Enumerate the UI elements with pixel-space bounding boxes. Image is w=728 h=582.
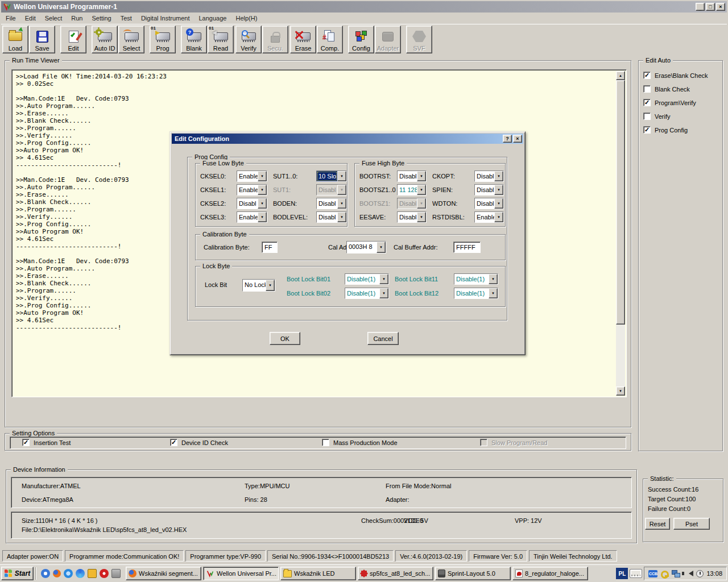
- load-button[interactable]: Load: [2, 26, 28, 53]
- chevron-down-icon[interactable]: ▼: [379, 288, 388, 298]
- cancel-button[interactable]: Cancel: [367, 332, 399, 345]
- chevron-down-icon[interactable]: ▼: [494, 212, 503, 222]
- scheduler-icon[interactable]: [696, 570, 704, 577]
- sut10-combobox[interactable]: 10 Slo▼: [316, 171, 347, 182]
- ok-button[interactable]: OK: [270, 332, 300, 345]
- minimize-button[interactable]: _: [696, 3, 705, 11]
- firefox-icon[interactable]: [53, 569, 61, 577]
- scrollbar-thumb[interactable]: [616, 80, 625, 325]
- close-button[interactable]: ×: [716, 3, 725, 11]
- keyboard-icon[interactable]: [630, 569, 642, 578]
- ccb-tray-icon[interactable]: CCB: [648, 570, 657, 577]
- reset-button[interactable]: Reset: [645, 518, 670, 530]
- task-wskazniki-segment[interactable]: Wskaźniki segment...: [126, 567, 201, 580]
- checkbox-icon[interactable]: ✓: [643, 72, 651, 79]
- menu-run[interactable]: Run: [67, 14, 87, 23]
- checkbox-device-id-check[interactable]: ✓ Device ID Check: [170, 439, 228, 446]
- checkbox-blank-check[interactable]: Blank Check: [643, 85, 690, 93]
- chevron-down-icon[interactable]: ▼: [417, 171, 426, 181]
- ckopt-combobox[interactable]: Disabl▼: [474, 171, 504, 182]
- chevron-down-icon[interactable]: ▼: [258, 171, 267, 181]
- spien-combobox[interactable]: Disabl▼: [474, 184, 504, 196]
- checkbox-program-verify[interactable]: ✓ Program\Verify: [643, 99, 696, 106]
- menu-test[interactable]: Test: [116, 14, 136, 23]
- menu-edit[interactable]: Edit: [20, 14, 40, 23]
- checkbox-erase-blank-check[interactable]: ✓ Erase\Blank Check: [643, 72, 708, 79]
- chevron-down-icon[interactable]: ▼: [258, 185, 267, 195]
- menu-select[interactable]: Select: [40, 14, 67, 23]
- boot-lock-bit01-combobox[interactable]: Disable(1)▼: [345, 273, 389, 285]
- scroll-down-icon[interactable]: ▼: [616, 386, 625, 396]
- start-button[interactable]: Start: [1, 567, 34, 580]
- config-button[interactable]: Config: [348, 26, 374, 53]
- checkbox-verify[interactable]: Verify: [643, 113, 671, 120]
- edit-button[interactable]: Edit: [60, 26, 86, 53]
- bodlevel-combobox[interactable]: Disabl▼: [316, 211, 347, 223]
- bootsz10-combobox[interactable]: 11 128▼: [397, 184, 427, 196]
- chevron-down-icon[interactable]: ▼: [494, 171, 503, 181]
- network-icon[interactable]: [672, 570, 680, 577]
- language-indicator[interactable]: PL: [616, 568, 628, 579]
- ie-icon[interactable]: [41, 569, 50, 578]
- chevron-down-icon[interactable]: ▼: [379, 274, 388, 284]
- help-button[interactable]: ?: [503, 135, 512, 143]
- menu-file[interactable]: File: [1, 14, 20, 23]
- checkbox-mass-production-mode[interactable]: Mass Production Mode: [322, 439, 398, 446]
- key-icon[interactable]: [660, 569, 669, 578]
- task-pdf-regulator[interactable]: 8_regulator_haloge...: [512, 567, 588, 580]
- opera-icon[interactable]: [100, 569, 109, 578]
- task-wellon-universal[interactable]: Wellon Universal Pr...: [203, 567, 279, 580]
- media-player-icon[interactable]: [76, 569, 85, 578]
- pset-button[interactable]: Pset: [673, 518, 710, 530]
- chevron-down-icon[interactable]: ▼: [258, 198, 267, 209]
- bootrst-combobox[interactable]: Disabl▼: [397, 171, 427, 182]
- rstdisbl-combobox[interactable]: Enable▼: [474, 211, 504, 223]
- chevron-down-icon[interactable]: ▼: [377, 242, 386, 253]
- cal-addr-combobox[interactable]: 0003H 8▼: [346, 241, 386, 253]
- eesave-combobox[interactable]: Disabl▼: [397, 211, 427, 223]
- checkbox-icon[interactable]: ✓: [643, 99, 651, 106]
- cal-buffer-addr-field[interactable]: FFFFF: [453, 242, 481, 253]
- internet-explorer-icon[interactable]: [64, 569, 73, 578]
- chevron-down-icon[interactable]: ▼: [489, 274, 498, 284]
- select-button[interactable]: Select: [118, 26, 144, 53]
- verify-button[interactable]: Verify: [235, 26, 262, 53]
- cksel1-combobox[interactable]: Enable▼: [237, 184, 267, 196]
- boot-lock-bit12-combobox[interactable]: Disable(1)▼: [454, 288, 498, 299]
- checkbox-prog-config[interactable]: ✓ Prog Config: [643, 126, 688, 134]
- checkbox-icon[interactable]: [322, 439, 329, 446]
- calibration-byte-field[interactable]: FF: [262, 242, 278, 253]
- boot-lock-bit11-combobox[interactable]: Disable(1)▼: [454, 273, 498, 285]
- menu-digital-instrument[interactable]: Digital Instrument: [136, 14, 195, 23]
- checkbox-icon[interactable]: [643, 85, 651, 93]
- erase-button[interactable]: Erase: [290, 26, 316, 53]
- chevron-down-icon[interactable]: ▼: [417, 212, 426, 222]
- boot-lock-bit02-combobox[interactable]: Disable(1)▼: [345, 288, 389, 299]
- chevron-down-icon[interactable]: ▼: [489, 288, 498, 298]
- dialog-close-button[interactable]: ×: [513, 135, 522, 143]
- maximize-button[interactable]: □: [706, 3, 715, 11]
- chevron-down-icon[interactable]: ▼: [494, 185, 503, 195]
- wdton-combobox[interactable]: Disabl▼: [474, 198, 504, 209]
- cksel2-combobox[interactable]: Disabl▼: [237, 198, 267, 209]
- checkbox-icon[interactable]: [643, 113, 651, 120]
- auto-id-button[interactable]: Auto ID: [92, 26, 118, 53]
- boden-combobox[interactable]: Disabl▼: [316, 198, 347, 209]
- save-button[interactable]: Save: [29, 26, 55, 53]
- chevron-down-icon[interactable]: ▼: [337, 171, 346, 181]
- chevron-down-icon[interactable]: ▼: [337, 198, 346, 209]
- chevron-down-icon[interactable]: ▼: [337, 212, 346, 222]
- lock-bit-combobox[interactable]: No Lock▼: [242, 279, 275, 292]
- checkbox-icon[interactable]: ✓: [643, 126, 651, 134]
- checkbox-icon[interactable]: ✓: [22, 439, 30, 446]
- scroll-up-icon[interactable]: ▲: [616, 71, 625, 80]
- cksel0-combobox[interactable]: Enable▼: [237, 171, 267, 182]
- prog-button[interactable]: 01 Prog: [150, 26, 176, 53]
- task-sprint-layout[interactable]: Sprint-Layout 5.0: [435, 567, 511, 580]
- checkbox-insertion-test[interactable]: ✓ Insertion Test: [22, 439, 71, 446]
- task-sp5fcs-schematic[interactable]: sp5fcs_at8_led_sch...: [358, 567, 433, 580]
- task-wskaznik-led[interactable]: Wskaźnik LED: [280, 567, 356, 580]
- volume-icon[interactable]: [689, 571, 693, 576]
- menu-language[interactable]: Language: [195, 14, 231, 23]
- chevron-down-icon[interactable]: ▼: [266, 280, 275, 291]
